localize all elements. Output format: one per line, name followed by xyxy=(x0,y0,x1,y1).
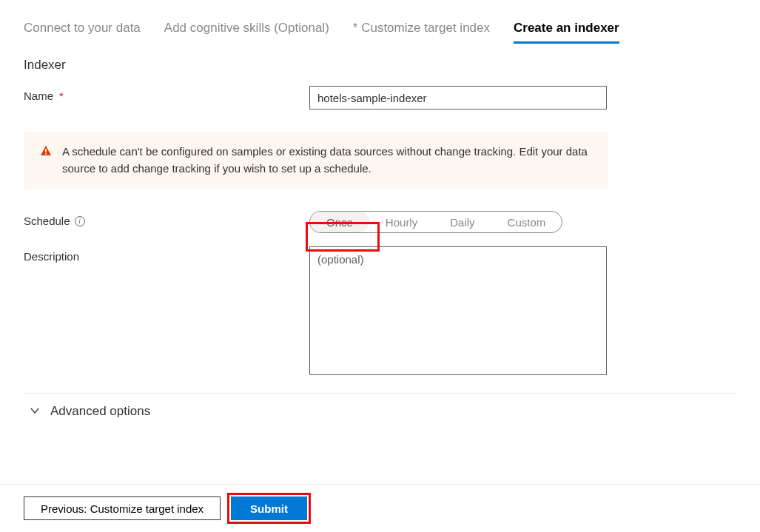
warning-box: A schedule can't be configured on sample… xyxy=(24,132,608,189)
chevron-down-icon xyxy=(30,405,40,418)
schedule-once[interactable]: Once xyxy=(310,212,369,232)
schedule-custom[interactable]: Custom xyxy=(491,212,562,232)
warning-text: A schedule can't be configured on sample… xyxy=(62,144,592,177)
tab-customize-index[interactable]: * Customize target index xyxy=(353,21,490,43)
indexer-form: Indexer Name* A schedule can't be config… xyxy=(0,43,760,429)
schedule-label-text: Schedule xyxy=(24,215,70,227)
section-heading: Indexer xyxy=(24,58,736,73)
required-asterisk: * xyxy=(59,90,64,102)
svg-rect-1 xyxy=(45,153,47,155)
name-row: Name* xyxy=(24,86,736,110)
schedule-pill-group: Once Hourly Daily Custom xyxy=(309,211,562,233)
description-row: Description xyxy=(24,246,736,375)
schedule-row: Schedule i Once Hourly Daily Custom xyxy=(24,211,736,233)
previous-button[interactable]: Previous: Customize target index xyxy=(24,496,221,520)
schedule-daily[interactable]: Daily xyxy=(434,212,491,232)
warning-icon xyxy=(40,145,52,159)
schedule-hourly[interactable]: Hourly xyxy=(369,212,434,232)
footer: Previous: Customize target index Submit xyxy=(0,484,760,532)
name-label-text: Name xyxy=(24,90,53,102)
description-textarea[interactable] xyxy=(309,246,607,375)
tab-cognitive-skills[interactable]: Add cognitive skills (Optional) xyxy=(164,21,329,43)
tab-connect-data[interactable]: Connect to your data xyxy=(24,21,141,43)
advanced-options-label: Advanced options xyxy=(50,404,150,419)
tab-create-indexer[interactable]: Create an indexer xyxy=(514,21,619,43)
svg-rect-0 xyxy=(45,149,47,152)
wizard-tabs: Connect to your data Add cognitive skill… xyxy=(0,0,760,43)
name-label: Name* xyxy=(24,86,309,102)
advanced-options-toggle[interactable]: Advanced options xyxy=(24,393,736,429)
description-label: Description xyxy=(24,246,309,263)
submit-button[interactable]: Submit xyxy=(231,496,307,520)
name-input[interactable] xyxy=(309,86,607,110)
info-icon[interactable]: i xyxy=(75,216,85,226)
schedule-label: Schedule i xyxy=(24,211,309,227)
